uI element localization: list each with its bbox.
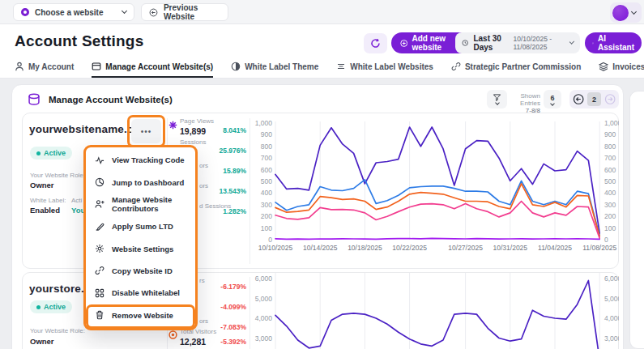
status-dot-icon: [36, 305, 41, 309]
svg-text:3,000: 3,000: [255, 334, 273, 343]
half-circle-icon: [231, 62, 241, 71]
tab-label: Invoices: [612, 62, 644, 71]
svg-text:10/22/2025: 10/22/2025: [392, 244, 427, 252]
svg-text:600: 600: [261, 166, 272, 174]
svg-text:10/18/2025: 10/18/2025: [348, 244, 382, 252]
menu-item-label: Disable Whitelabel: [112, 288, 180, 297]
svg-text:3,000: 3,000: [604, 334, 619, 343]
svg-text:600: 600: [604, 166, 616, 174]
chevron-down-icon: [495, 100, 500, 105]
database-icon: [27, 92, 41, 107]
tab-bar: My Account Manage Account Website(s) Whi…: [0, 57, 644, 79]
arrow-left-circle-icon: [149, 7, 158, 18]
stat-percent: 1.282%: [194, 207, 246, 215]
svg-text:800: 800: [261, 143, 272, 151]
menu-item-website-settings[interactable]: Website Settings: [86, 238, 195, 260]
panel-title: Manage Account Website(s): [49, 95, 173, 104]
svg-text:700: 700: [261, 154, 272, 162]
date-range-picker[interactable]: Last 30 Days 10/10/2025 - 11/08/2025: [455, 32, 580, 53]
menu-item-disable-whitelabel[interactable]: Disable Whitelabel: [86, 282, 195, 304]
user-menu[interactable]: [610, 2, 642, 23]
link-icon: [95, 266, 104, 275]
tab-label: White Label Theme: [245, 62, 318, 71]
ai-assistant-label: AI Assistant: [598, 34, 634, 52]
svg-text:300: 300: [604, 201, 616, 209]
svg-text:0: 0: [604, 236, 608, 244]
dots-menu-button[interactable]: •••: [131, 119, 161, 143]
prev-page-button[interactable]: [573, 93, 584, 105]
status-badge: Active: [30, 147, 72, 160]
role-value: Owner: [30, 181, 54, 189]
menu-item-label: Website Settings: [112, 245, 173, 253]
website-context-menu: View Tracking Code Jump to Dashboard Man…: [83, 145, 198, 330]
menu-item-label: Copy Website ID: [112, 266, 173, 275]
svg-text:700: 700: [604, 154, 616, 162]
lines-icon: [336, 62, 346, 71]
stat-percent: 13.543%: [194, 187, 246, 195]
page-views-icon: [168, 121, 177, 130]
menu-item-label: Remove Website: [112, 311, 173, 320]
stat-percent: 25.976%: [194, 147, 246, 155]
range-label: Last 30 Days: [473, 34, 508, 52]
stat-percent: -6.179%: [194, 283, 246, 291]
menu-item-remove-website[interactable]: Remove Website: [86, 304, 195, 326]
menu-item-jump-to-dashboard[interactable]: Jump to Dashboard: [86, 172, 195, 194]
tab-manage-account-websites[interactable]: Manage Account Website(s): [92, 57, 213, 78]
svg-text:900: 900: [261, 130, 272, 138]
per-page-dropdown[interactable]: 6: [544, 90, 561, 109]
menu-item-label: Manage Website Contributors: [112, 195, 195, 213]
user-plus-icon: [95, 199, 104, 209]
svg-text:500: 500: [604, 177, 616, 185]
menu-item-label: View Tracking Code: [112, 155, 185, 164]
next-panel-edge: [629, 91, 644, 349]
role-label: Your Website Role:: [30, 172, 85, 179]
svg-text:10/31/2025: 10/31/2025: [493, 244, 528, 252]
chevron-down-icon: [569, 39, 574, 44]
svg-text:400: 400: [261, 189, 272, 197]
refresh-button[interactable]: [364, 33, 387, 53]
tab-my-account[interactable]: My Account: [15, 57, 74, 78]
activity-icon: [95, 155, 104, 165]
refresh-icon: [370, 38, 381, 49]
page-title: Account Settings: [15, 32, 143, 50]
svg-text:100: 100: [261, 224, 272, 232]
menu-item-apply-sumo-ltd[interactable]: Apply Sumo LTD: [86, 215, 195, 237]
layers-icon: [599, 62, 608, 71]
svg-text:4,000: 4,000: [255, 314, 273, 322]
status-label: Active: [44, 303, 66, 311]
status-label: Active: [44, 149, 66, 157]
chevron-down-icon: [631, 8, 637, 14]
svg-text:11/04/2025: 11/04/2025: [538, 244, 572, 252]
previous-website-button[interactable]: Previous Website: [141, 3, 228, 21]
shown-entries: Shown Entries 7-8/8: [506, 92, 540, 114]
range-dates: 10/10/2025 - 11/08/2025: [513, 35, 565, 51]
tab-invoices[interactable]: Invoices: [599, 57, 644, 78]
menu-item-view-tracking-code[interactable]: View Tracking Code: [86, 149, 195, 171]
svg-text:6,000: 6,000: [604, 275, 619, 283]
per-page-value: 6: [550, 94, 554, 102]
svg-text:900: 900: [604, 130, 616, 138]
tab-white-label-theme[interactable]: White Label Theme: [231, 57, 318, 78]
choose-website-dropdown[interactable]: Choose a website: [13, 3, 134, 21]
tab-white-label-websites[interactable]: White Label Websites: [336, 57, 433, 78]
svg-text:800: 800: [604, 143, 616, 151]
brush-icon: [95, 222, 104, 232]
tab-label: My Account: [28, 62, 74, 71]
dots-icon: •••: [141, 127, 152, 136]
current-page[interactable]: 2: [587, 92, 600, 106]
tab-strategic-partner-commission[interactable]: Strategic Partner Commission: [451, 57, 581, 78]
white-label-label: White Label:: [30, 197, 66, 204]
total-visitors-icon: [168, 330, 177, 339]
filter-button[interactable]: [487, 90, 507, 109]
ai-assistant-button[interactable]: AI Assistant: [585, 32, 642, 53]
next-page-button-disabled[interactable]: [604, 93, 616, 105]
stat-percent: -4.099%: [194, 303, 246, 311]
previous-website-label: Previous Website: [164, 3, 220, 21]
svg-text:1,000: 1,000: [255, 119, 273, 127]
website-dot-icon: [21, 8, 29, 16]
plus-circle-icon: [400, 39, 407, 48]
stat-percent: 8.041%: [194, 126, 246, 134]
menu-item-copy-website-id[interactable]: Copy Website ID: [86, 260, 195, 282]
svg-text:100: 100: [604, 224, 616, 232]
menu-item-manage-website-contributors[interactable]: Manage Website Contributors: [86, 194, 195, 215]
